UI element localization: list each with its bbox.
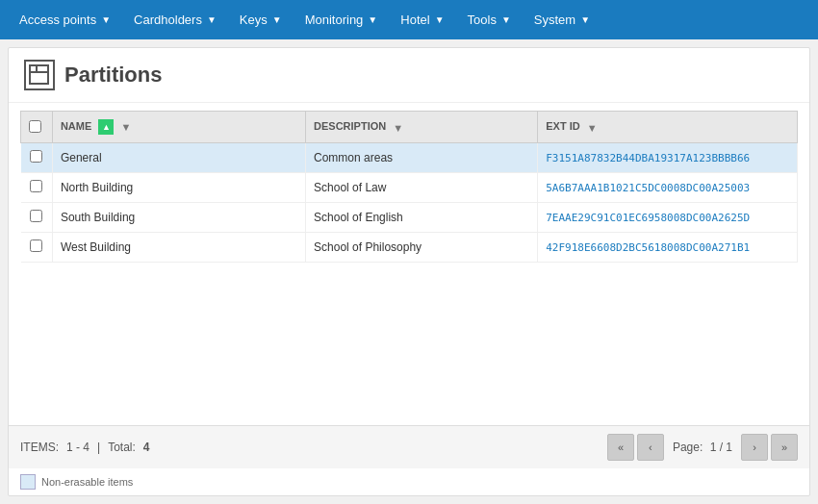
row-checkbox-cell <box>21 233 53 263</box>
row-description-2: School of English <box>306 203 538 233</box>
row-checkbox-cell <box>21 173 53 203</box>
th-description-label: DESCRIPTION <box>314 120 386 132</box>
nav-system[interactable]: System ▼ <box>523 0 601 39</box>
extid-filter-icon[interactable]: ▼ <box>587 122 598 134</box>
legend-area: Non-erasable items <box>9 468 809 495</box>
prev-page-button[interactable]: ‹ <box>637 434 664 461</box>
nav-tools-label: Tools <box>468 13 497 27</box>
page-label: Page: 1 / 1 <box>673 441 732 454</box>
row-name-0: General <box>52 143 305 173</box>
nav-access-points-label: Access points <box>19 13 96 27</box>
row-checkbox-2[interactable] <box>30 210 42 222</box>
nav-tools[interactable]: Tools ▼ <box>456 0 523 39</box>
select-all-checkbox[interactable] <box>29 120 41 133</box>
desc-filter-icon[interactable]: ▼ <box>393 122 403 134</box>
page-title: Partitions <box>64 63 162 88</box>
partitions-table: NAME ▲ ▼ DESCRIPTION ▼ EXT ID ▼ <box>20 111 798 263</box>
row-extid-1: 5A6B7AAA1B1021C5DC0008DC00A25003 <box>538 173 798 203</box>
row-checkbox-0[interactable] <box>30 150 42 163</box>
nav-hotel-arrow: ▼ <box>435 14 445 25</box>
nav-monitoring-arrow: ▼ <box>368 14 377 25</box>
first-page-button[interactable]: « <box>607 434 634 461</box>
th-name-label: NAME <box>61 120 91 132</box>
nav-keys-arrow: ▼ <box>272 14 282 25</box>
nav-access-points[interactable]: Access points ▼ <box>8 0 122 39</box>
table-row: North Building School of Law 5A6B7AAA1B1… <box>21 173 798 203</box>
row-description-1: School of Law <box>306 173 538 203</box>
th-checkbox <box>21 112 53 143</box>
nav-cardholders[interactable]: Cardholders ▼ <box>122 0 228 39</box>
items-range: 1 - 4 <box>66 441 89 454</box>
next-page-button[interactable]: › <box>741 434 768 461</box>
main-content: Partitions NAME ▲ ▼ DESCRIPTION ▼ <box>8 47 810 496</box>
row-checkbox-cell <box>21 203 53 233</box>
items-label: ITEMS: <box>20 441 59 454</box>
row-name-2: South Building <box>52 203 305 233</box>
row-name-3: West Building <box>52 233 305 263</box>
page-header: Partitions <box>9 48 809 103</box>
row-description-3: School of Philosophy <box>306 233 538 263</box>
nav-access-points-arrow: ▼ <box>101 14 111 25</box>
nav-cardholders-arrow: ▼ <box>207 14 217 25</box>
row-checkbox-cell <box>21 143 53 173</box>
row-checkbox-3[interactable] <box>30 239 42 252</box>
last-page-button[interactable]: » <box>771 434 798 461</box>
nav-hotel-label: Hotel <box>400 13 429 27</box>
svg-rect-0 <box>30 65 48 84</box>
table-row: General Common areas F3151A87832B44DBA19… <box>21 143 798 173</box>
row-extid-0: F3151A87832B44DBA19317A123BBBB66 <box>538 143 798 173</box>
th-description: DESCRIPTION ▼ <box>306 112 538 143</box>
nav-system-arrow: ▼ <box>580 14 590 25</box>
row-description-0: Common areas <box>306 143 538 173</box>
total-value: 4 <box>143 441 150 454</box>
row-extid-2: 7EAAE29C91C01EC6958008DC00A2625D <box>538 203 798 233</box>
table-area: NAME ▲ ▼ DESCRIPTION ▼ EXT ID ▼ <box>9 103 809 425</box>
items-info: ITEMS: 1 - 4 | Total: 4 <box>20 441 150 454</box>
nav-cardholders-label: Cardholders <box>134 13 202 27</box>
nav-system-label: System <box>534 13 575 27</box>
sort-asc-icon[interactable]: ▲ <box>98 119 114 135</box>
th-name: NAME ▲ ▼ <box>52 112 305 143</box>
table-row: West Building School of Philosophy 42F91… <box>21 233 798 263</box>
total-label: Total: <box>108 441 136 454</box>
legend-color-box <box>20 474 36 490</box>
partitions-icon <box>29 64 50 86</box>
row-checkbox-1[interactable] <box>30 180 42 192</box>
table-body: General Common areas F3151A87832B44DBA19… <box>21 143 798 263</box>
nav-monitoring[interactable]: Monitoring ▼ <box>294 0 390 39</box>
nav-tools-arrow: ▼ <box>501 14 511 25</box>
table-footer: ITEMS: 1 - 4 | Total: 4 « ‹ Page: 1 / 1 … <box>9 425 809 468</box>
row-name-1: North Building <box>52 173 305 203</box>
nav-keys[interactable]: Keys ▼ <box>228 0 294 39</box>
nav-monitoring-label: Monitoring <box>305 13 364 27</box>
table-header-row: NAME ▲ ▼ DESCRIPTION ▼ EXT ID ▼ <box>21 112 798 143</box>
legend-label: Non-erasable items <box>41 476 133 488</box>
row-extid-3: 42F918E6608D2BC5618008DC00A271B1 <box>538 233 798 263</box>
nav-hotel[interactable]: Hotel ▼ <box>389 0 455 39</box>
table-row: South Building School of English 7EAAE29… <box>21 203 798 233</box>
nav-keys-label: Keys <box>240 13 268 27</box>
top-navigation: Access points ▼ Cardholders ▼ Keys ▼ Mon… <box>0 0 818 39</box>
page-word: Page: <box>673 441 703 454</box>
th-extid: EXT ID ▼ <box>538 112 798 143</box>
name-filter-icon[interactable]: ▼ <box>120 121 131 133</box>
page-current: 1 / 1 <box>710 441 732 454</box>
page-icon <box>24 60 55 90</box>
th-extid-label: EXT ID <box>546 120 579 132</box>
pagination: « ‹ Page: 1 / 1 › » <box>607 434 798 461</box>
